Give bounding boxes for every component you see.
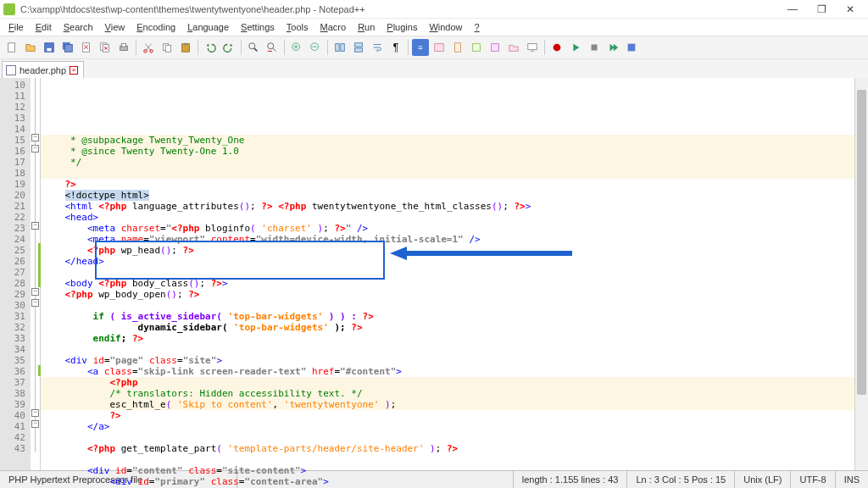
code-area[interactable]: * @subpackage Twenty_Twenty_One * @since… [41, 78, 854, 470]
function-list-icon[interactable] [487, 39, 504, 56]
arrow-annotation [390, 247, 572, 260]
sync-v-icon[interactable] [331, 39, 348, 56]
menu-?[interactable]: ? [470, 20, 485, 34]
menu-tools[interactable]: Tools [281, 20, 314, 34]
menu-encoding[interactable]: Encoding [131, 20, 181, 34]
svg-rect-23 [355, 48, 363, 52]
file-icon [6, 65, 16, 75]
svg-rect-30 [592, 45, 598, 51]
svg-point-16 [249, 43, 255, 49]
close-button[interactable]: ✕ [836, 1, 865, 18]
svg-rect-15 [184, 43, 187, 46]
svg-rect-25 [455, 43, 461, 53]
find-icon[interactable] [245, 39, 262, 56]
svg-rect-31 [628, 44, 636, 52]
play-icon[interactable] [567, 39, 584, 56]
save-macro-icon[interactable] [623, 39, 640, 56]
titlebar: C:\xampp\htdocs\test\wp-content\themes\t… [0, 0, 868, 19]
open-file-icon[interactable] [22, 39, 39, 56]
undo-icon[interactable] [202, 39, 219, 56]
menu-edit[interactable]: Edit [31, 20, 57, 34]
svg-point-29 [554, 44, 561, 52]
svg-rect-27 [492, 44, 499, 52]
close-all-icon[interactable] [97, 39, 114, 56]
save-icon[interactable] [41, 39, 58, 56]
menu-search[interactable]: Search [58, 20, 98, 34]
play-multi-icon[interactable] [604, 39, 621, 56]
doc-map-icon[interactable] [449, 39, 466, 56]
monitor-icon[interactable] [524, 39, 541, 56]
doc-list-icon[interactable] [468, 39, 485, 56]
sync-h-icon[interactable] [350, 39, 367, 56]
record-icon[interactable] [548, 39, 565, 56]
svg-rect-26 [473, 44, 481, 52]
folder-workspace-icon[interactable] [505, 39, 522, 56]
svg-rect-9 [121, 44, 125, 47]
window-title: C:\xampp\htdocs\test\wp-content\themes\t… [20, 4, 778, 14]
show-chars-icon[interactable]: ¶ [387, 39, 404, 56]
menu-window[interactable]: Window [424, 20, 467, 34]
svg-rect-2 [47, 48, 51, 52]
indent-guide-icon[interactable]: ≡ [412, 39, 429, 56]
replace-icon[interactable] [264, 39, 281, 56]
svg-rect-21 [341, 44, 344, 52]
zoom-in-icon[interactable] [288, 39, 305, 56]
minimize-button[interactable]: — [778, 1, 807, 18]
stop-icon[interactable] [586, 39, 603, 56]
editor: 1011121314151617181920212223242526272829… [0, 78, 868, 470]
vertical-scrollbar[interactable] [854, 78, 868, 470]
line-numbers: 1011121314151617181920212223242526272829… [0, 78, 31, 470]
folder-margin-icon[interactable] [431, 39, 448, 56]
maximize-button[interactable]: ❐ [807, 1, 836, 18]
print-icon[interactable] [115, 39, 132, 56]
file-tab[interactable]: header.php × [2, 61, 84, 78]
menu-file[interactable]: File [3, 20, 29, 34]
close-file-icon[interactable] [78, 39, 95, 56]
redo-icon[interactable] [220, 39, 237, 56]
zoom-out-icon[interactable] [307, 39, 324, 56]
svg-rect-20 [336, 44, 339, 52]
save-all-icon[interactable] [59, 39, 76, 56]
svg-rect-4 [65, 45, 73, 53]
tab-close-icon[interactable]: × [70, 66, 78, 75]
new-file-icon[interactable] [3, 39, 20, 56]
app-icon [3, 3, 15, 15]
svg-rect-22 [355, 43, 363, 47]
copy-icon[interactable] [159, 39, 175, 56]
toolbar: ¶ ≡ [0, 36, 868, 59]
cut-icon[interactable] [140, 39, 157, 56]
menu-macro[interactable]: Macro [315, 20, 352, 34]
tabbar: header.php × [0, 59, 868, 78]
tab-label: header.php [19, 65, 66, 75]
menu-run[interactable]: Run [353, 20, 380, 34]
svg-rect-28 [528, 44, 537, 50]
menu-settings[interactable]: Settings [236, 20, 280, 34]
svg-rect-0 [8, 43, 15, 53]
wrap-icon[interactable] [369, 39, 386, 56]
svg-point-17 [268, 43, 274, 49]
paste-icon[interactable] [177, 39, 194, 56]
menu-view[interactable]: View [100, 20, 131, 34]
menu-language[interactable]: Language [182, 20, 234, 34]
menu-plugins[interactable]: Plugins [381, 20, 422, 34]
svg-rect-13 [165, 45, 170, 52]
menubar: FileEditSearchViewEncodingLanguageSettin… [0, 19, 868, 36]
svg-rect-24 [435, 44, 444, 52]
